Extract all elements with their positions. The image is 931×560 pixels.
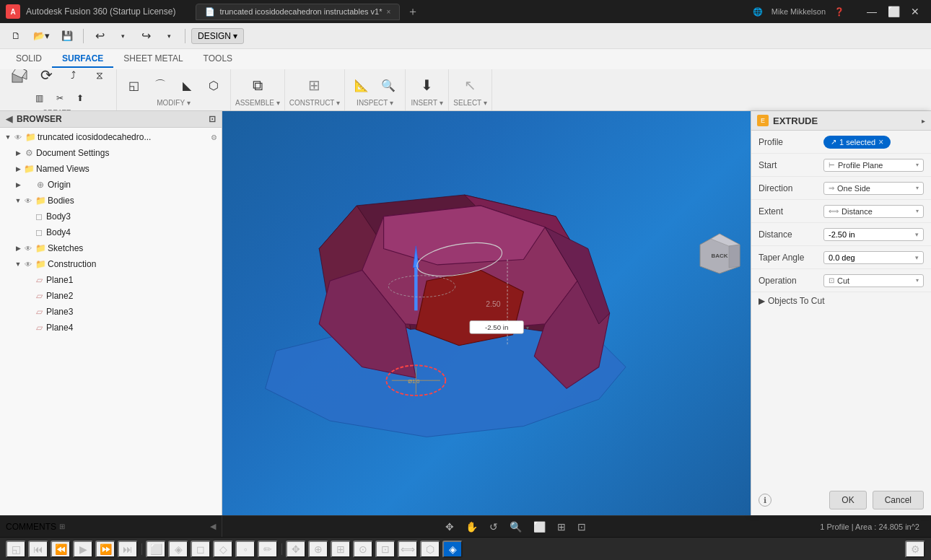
bt-ground-btn[interactable]: ⊡ [375,541,395,558]
maximize-button[interactable]: ⬜ [883,4,904,19]
operation-select[interactable]: ⊡ Cut ▾ [823,274,924,287]
objects-to-cut-expand[interactable]: ▶ Objects To Cut [751,292,931,310]
bt-select-vertex-btn[interactable]: ◦ [235,541,255,558]
construct-btn[interactable]: ⊞ [302,73,327,97]
zoom-icon-btn[interactable]: 🔍 [507,520,525,534]
move-icon-btn[interactable]: ✥ [442,520,457,534]
profile-clear-button[interactable]: × [878,137,883,147]
bodies-expand[interactable]: ▼ [13,196,23,206]
taper-angle-input-arrow[interactable]: ▾ [915,254,919,261]
comments-panel[interactable]: COMMENTS ⊞ ◀ [0,516,222,537]
browser-item-plane3[interactable]: ▶ ▱ Plane3 [0,304,222,320]
bt-select-body-btn[interactable]: ◈ [168,541,188,558]
cancel-button[interactable]: Cancel [873,491,924,509]
construction-expand[interactable]: ▼ [13,259,23,269]
new-button[interactable]: 🗋 [6,27,26,45]
open-button[interactable]: 📂▾ [29,27,54,45]
insert-btn[interactable]: ⬇ [415,73,440,97]
root-visibility-icon[interactable]: 👁 [13,132,23,142]
settings-icon-btn[interactable]: ⊡ [574,520,589,534]
tab-tools[interactable]: TOOLS [193,51,242,68]
select-btn[interactable]: ↖ [458,73,483,97]
origin-visibility-icon[interactable]: 👁 [23,180,33,190]
create-extrude-btn[interactable] [7,69,32,87]
tab-sheetmetal[interactable]: SHEET METAL [113,51,193,68]
browser-collapse-left[interactable]: ◀ [6,114,12,124]
browser-item-body4[interactable]: ▶ ◻ Body4 [0,224,222,240]
redo-button[interactable]: ↪ [136,27,156,45]
redo-dropdown[interactable]: ▾ [159,27,179,45]
account-icon[interactable]: 🌐 [753,7,763,17]
bt-mirror-btn[interactable]: ⟺ [398,541,418,558]
tab-solid[interactable]: SOLID [6,51,52,68]
close-button[interactable]: ✕ [905,4,925,19]
bt-align-btn[interactable]: ⊞ [331,541,351,558]
modify-press-btn[interactable]: ◱ [121,73,146,97]
distance-input[interactable]: -2.50 in ▾ [823,228,924,241]
save-button[interactable]: 💾 [57,27,77,45]
sketches-visibility-icon[interactable]: 👁 [23,243,33,253]
bt-pattern-btn[interactable]: ⬡ [420,541,440,558]
construction-visibility-icon[interactable]: 👁 [23,259,33,269]
bt-select-sketch-btn[interactable]: ✏ [258,541,278,558]
root-settings-icon[interactable]: ⚙ [209,132,219,142]
inspect-zebra-btn[interactable]: 🔍 [376,73,401,97]
ok-button[interactable]: OK [829,491,866,509]
bt-play-end-btn[interactable]: ⏭ [118,541,138,558]
browser-root-item[interactable]: ▼ 👁 📁 truncated icosidodecahedro... ⚙ [0,129,222,145]
root-expand-icon[interactable]: ▼ [3,132,13,142]
undo-button[interactable]: ↩ [89,27,110,45]
browser-item-doc-settings[interactable]: ▶ ⚙ Document Settings [0,145,222,161]
tab-close-button[interactable]: × [386,8,390,16]
grid-icon-btn[interactable]: ⊞ [554,520,569,534]
inspect-measure-btn[interactable]: 📐 [349,73,374,97]
create-rib-btn[interactable]: ▥ [30,89,49,108]
create-loft-btn[interactable]: ⧖ [87,69,112,87]
bt-select-mode-btn[interactable]: ⬜ [146,541,166,558]
bt-play-btn[interactable]: ▶ [73,541,93,558]
create-sweep-btn[interactable]: ⤴ [61,69,85,87]
help-icon[interactable]: ❓ [834,7,844,17]
extent-select[interactable]: ⟺ Distance ▾ [823,205,924,218]
sketches-expand[interactable]: ▶ [13,243,23,253]
browser-collapse-right[interactable]: ⊡ [209,114,216,124]
modify-shell-btn[interactable]: ⬡ [201,73,226,97]
create-revolve-btn[interactable]: ⟳ [34,69,58,87]
bt-snap-btn[interactable]: ⊕ [308,541,328,558]
profile-chip[interactable]: ↗ 1 selected × [823,136,891,149]
bt-settings-btn[interactable]: ⚙ [905,541,925,558]
direction-select[interactable]: ⇒ One Side ▾ [823,182,924,195]
browser-item-body3[interactable]: ▶ ◻ Body3 [0,209,222,224]
named-views-expand[interactable]: ▶ [13,164,23,174]
comments-expand[interactable]: ⊞ [59,522,65,530]
bt-play-next-btn[interactable]: ⏩ [95,541,115,558]
extrude-panel-expand[interactable]: ▸ [922,117,925,125]
bt-play-prev-btn[interactable]: ⏪ [51,541,71,558]
tab-surface[interactable]: SURFACE [52,51,113,68]
browser-item-construction[interactable]: ▼ 👁 📁 Construction [0,256,222,272]
bt-select-edge-btn[interactable]: ◇ [213,541,233,558]
taper-angle-input[interactable]: 0.0 deg ▾ [823,251,924,264]
browser-item-plane4[interactable]: ▶ ▱ Plane4 [0,320,222,336]
modify-chamfer-btn[interactable]: ◣ [175,73,199,97]
browser-item-plane2[interactable]: ▶ ▱ Plane2 [0,288,222,304]
distance-input-arrow[interactable]: ▾ [915,231,919,238]
viewport[interactable]: -2.50 in ▾ Ø1.0 2.50 [222,111,751,515]
bt-play-start-btn[interactable]: ⏮ [28,541,48,558]
doc-settings-expand[interactable]: ▶ [13,148,23,158]
nav-cube-svg[interactable]: BACK [696,230,743,277]
bt-origin-btn[interactable]: ⊙ [353,541,373,558]
origin-expand[interactable]: ▶ [13,180,23,190]
viewport-canvas[interactable]: -2.50 in ▾ Ø1.0 2.50 [222,111,751,515]
info-icon-button[interactable]: ℹ [759,494,772,507]
browser-item-origin[interactable]: ▶ 👁 ⊕ Origin [0,177,222,193]
bt-move-btn[interactable]: ✥ [286,541,306,558]
design-dropdown[interactable]: DESIGN ▾ [191,28,244,44]
undo-dropdown[interactable]: ▾ [113,27,133,45]
orbit-icon-btn[interactable]: ↺ [486,520,501,534]
bt-select-face-btn[interactable]: ◻ [191,541,211,558]
comments-toggle[interactable]: ◀ [210,522,216,531]
browser-item-named-views[interactable]: ▶ 📁 Named Views [0,161,222,177]
create-emboss-btn[interactable]: ⬆ [71,89,89,108]
measure-icon-btn[interactable]: ⬜ [530,520,548,534]
